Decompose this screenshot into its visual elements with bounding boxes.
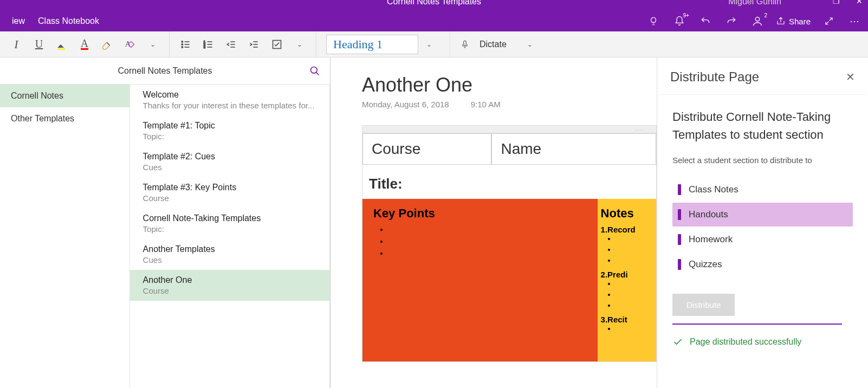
title-cell[interactable]: Title: [362,165,656,199]
title-bar: Cornell Notes Templates Miguel Guhlin ❐ … [0,0,868,11]
nav-header: Cornell Notes Templates [0,57,330,85]
undo-icon[interactable] [698,14,713,29]
font-color-button[interactable]: A [78,38,91,51]
tab-view[interactable]: iew [5,12,31,30]
document-title: Cornell Notes Templates [387,0,481,7]
distribute-panel: Distribute Page ✕ Distribute Cornell Not… [657,57,868,388]
distribute-button[interactable]: Distribute [672,294,735,316]
name-cell[interactable]: Name [491,133,656,165]
more-icon[interactable]: ⋯ [847,14,863,29]
section-option[interactable]: Quizzes [672,253,853,276]
tips-icon[interactable] [646,14,661,29]
svg-point-7 [182,46,183,48]
page-item[interactable]: Another One Course [130,270,329,301]
course-cell[interactable]: Course [362,133,491,165]
page-title[interactable]: Another One [362,74,657,96]
highlight-button[interactable] [55,38,68,51]
page-item[interactable]: Template #1: Topic Topic: [130,115,329,146]
account-icon[interactable]: 2 [750,14,765,29]
keypoints-area[interactable]: Key Points [362,199,598,361]
svg-rect-1 [57,48,65,50]
svg-point-5 [182,43,183,45]
section-tab-icon [678,184,681,195]
paragraph-more-dropdown[interactable]: ⌄ [293,38,306,51]
close-panel-icon[interactable]: ✕ [846,70,855,83]
pages-list: Welcome Thanks for your interest in thes… [130,85,330,388]
note-container[interactable]: .... Course Name Title: Key Points Notes… [362,125,657,362]
ribbon: I U A A ⌄ 123 ⌄ Heading 1 ⌄ [0,31,868,57]
page-item[interactable]: Template #3: Key Points Course [130,177,329,208]
style-select[interactable]: Heading 1 [326,35,418,54]
svg-point-23 [311,67,318,73]
note-canvas[interactable]: Another One Monday, August 6, 2018 9:10 … [331,57,657,388]
fullscreen-icon[interactable] [821,14,837,29]
account-badge: 2 [764,12,767,18]
panel-instruction: Select a student section to distribute t… [672,156,853,165]
success-message: Page distributed successfully [672,337,853,347]
mic-icon [460,38,470,50]
page-item[interactable]: Template #2: Cues Cues [130,146,329,177]
numbering-button[interactable]: 123 [202,38,215,51]
svg-text:3: 3 [204,45,205,48]
close-icon[interactable]: ✕ [856,0,863,5]
notebook-title: Cornell Notes Templates [118,66,212,76]
sections-list: Cornell Notes Other Templates [0,85,130,388]
section-item[interactable]: Other Templates [0,107,129,130]
page-item[interactable]: Another Templates Cues [130,239,329,270]
redo-icon[interactable] [724,14,739,29]
panel-subheading: Distribute Cornell Note-Taking Templates… [672,108,853,144]
section-option[interactable]: Handouts [672,203,853,227]
dictate-button[interactable]: Dictate [480,40,507,49]
divider [672,324,842,325]
bullets-button[interactable] [179,38,192,51]
font-more-dropdown[interactable]: ⌄ [146,38,159,51]
outdent-button[interactable] [225,38,238,51]
share-button[interactable]: Share [776,14,811,29]
check-icon [672,337,683,347]
notes-area[interactable]: Notes 1.Record 2.Predi 3.Recit [598,199,656,361]
notifications-icon[interactable]: 9+ [672,14,687,29]
svg-point-0 [755,17,759,21]
section-option[interactable]: Homework [672,228,853,251]
underline-button[interactable]: U [33,38,46,51]
notification-badge: 9+ [683,12,689,18]
italic-button[interactable]: I [10,38,23,51]
page-item[interactable]: Cornell Note-Taking Templates Topic: [130,208,329,239]
user-name: Miguel Guhlin [728,0,781,7]
svg-rect-22 [464,41,467,46]
svg-point-3 [182,41,183,42]
section-tab-icon [678,234,681,245]
page-time: 9:10 AM [471,100,501,109]
eraser-button[interactable] [101,38,114,51]
svg-line-24 [316,72,319,75]
style-dropdown[interactable]: ⌄ [418,41,440,48]
panel-heading: Distribute Page [670,69,759,85]
search-icon[interactable] [309,66,320,76]
clear-formatting-button[interactable]: A [124,38,137,51]
section-option[interactable]: Class Notes [672,178,853,202]
container-handle[interactable]: .... [362,126,656,133]
restore-icon[interactable]: ❐ [833,0,840,5]
section-item[interactable]: Cornell Notes [0,85,129,107]
page-date: Monday, August 6, 2018 [362,100,449,109]
tab-class-notebook[interactable]: Class Notebook [31,12,106,30]
todo-tag-button[interactable] [270,38,283,51]
page-item[interactable]: Welcome Thanks for your interest in thes… [130,85,329,115]
dictate-dropdown[interactable]: ⌄ [527,41,533,48]
menu-tabs: iew Class Notebook 9+ 2 Share ⋯ [0,11,868,31]
indent-button[interactable] [248,38,261,51]
section-tab-icon [678,259,681,270]
section-tab-icon [678,209,681,220]
